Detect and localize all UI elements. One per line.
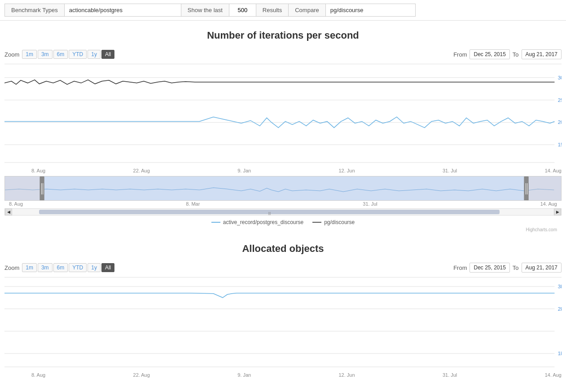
svg-text:300: 300 [558, 75, 562, 80]
chart2-zoom-ytd[interactable]: YTD [69, 263, 87, 272]
chart2-zoom-1y[interactable]: 1y [88, 263, 101, 272]
chart1-container: 300 250 200 150 [4, 64, 562, 167]
chart1-from-value[interactable]: Dec 25, 2015 [469, 49, 509, 59]
navigator-x-labels: 8. Aug 8. Mar 31. Jul 14. Aug [4, 201, 562, 208]
legend-black-label: pg/discourse [324, 219, 355, 225]
legend-black: pg/discourse [312, 219, 355, 225]
chart1-zoom-label: Zoom [4, 51, 19, 58]
chart1-zoom-all[interactable]: All [101, 50, 114, 59]
svg-text:150: 150 [558, 142, 562, 147]
chart2-zoom-all[interactable]: All [101, 263, 114, 272]
chart2-x-6: 14. Aug [545, 372, 562, 378]
svg-rect-16 [524, 176, 528, 201]
chart1-zoom-3m[interactable]: 3m [38, 50, 53, 59]
svg-text:2k: 2k [558, 306, 562, 312]
x-label-1: 8. Aug [31, 168, 45, 173]
chart2-svg: 3k 2k 1k [4, 277, 562, 371]
compare-input[interactable] [326, 4, 416, 17]
chart2-x-1: 8. Aug [31, 372, 45, 378]
chart1-legend: active_record/postgres_discourse pg/disc… [4, 219, 562, 225]
svg-text:250: 250 [558, 97, 562, 103]
benchmark-input[interactable] [65, 4, 181, 17]
navigator-svg [5, 176, 561, 201]
chart2-from-to: From Dec 25, 2015 To Aug 21, 2017 [453, 263, 562, 273]
chart1-zoom-1y[interactable]: 1y [88, 50, 101, 59]
legend-blue: active_record/postgres_discourse [211, 219, 303, 225]
x-label-6: 14. Aug [545, 168, 562, 173]
chart1-from-to: From Dec 25, 2015 To Aug 21, 2017 [453, 49, 562, 59]
chart1-zoom-row: Zoom 1m 3m 6m YTD 1y All From Dec 25, 20… [4, 49, 562, 59]
svg-rect-10 [42, 176, 527, 201]
legend-blue-line [211, 222, 220, 223]
scroll-center-mark: ||| [268, 211, 271, 215]
chart1-title: Number of iterations per second [4, 30, 562, 41]
show-last-button[interactable]: Show the last [181, 4, 229, 17]
legend-blue-label: active_record/postgres_discourse [223, 219, 303, 225]
chart2-x-4: 12. Jun [338, 372, 355, 378]
svg-rect-13 [39, 176, 44, 201]
legend-black-line [312, 222, 321, 223]
chart1-zoom-ytd[interactable]: YTD [69, 50, 87, 59]
chart2-to-label: To [513, 264, 519, 271]
chart2-zoom-label: Zoom [4, 264, 19, 271]
scroll-left-arrow[interactable]: ◀ [5, 208, 12, 216]
chart1-section: Number of iterations per second Zoom 1m … [0, 21, 566, 238]
chart1-to-value[interactable]: Aug 21, 2017 [522, 49, 562, 59]
show-last-input[interactable] [229, 4, 256, 17]
top-bar: Benchmark Types Show the last Results Co… [0, 0, 566, 21]
chart2-x-3: 9. Jan [237, 372, 251, 378]
chart2-zoom-1m[interactable]: 1m [22, 263, 37, 272]
chart2-x-2: 22. Aug [133, 372, 150, 378]
x-label-3: 9. Jan [237, 168, 251, 173]
chart1-to-label: To [513, 51, 519, 58]
nav-x-4: 14. Aug [540, 201, 557, 207]
benchmark-types-button[interactable]: Benchmark Types [4, 4, 65, 17]
chart2-section: Allocated objects Zoom 1m 3m 6m YTD 1y A… [0, 238, 566, 385]
nav-x-2: 8. Mar [186, 201, 200, 207]
chart2-x-5: 31. Jul [443, 372, 457, 378]
x-label-5: 31. Jul [443, 168, 457, 173]
scroll-right-arrow[interactable]: ▶ [554, 208, 561, 216]
chart1-credits: Highcharts.com [4, 227, 562, 232]
chart1-zoom-6m[interactable]: 6m [53, 50, 68, 59]
chart1-scrollbar[interactable]: ◀ ||| ▶ [4, 208, 562, 216]
scroll-thumb[interactable]: ||| [39, 210, 500, 214]
nav-x-3: 31. Jul [363, 201, 377, 207]
svg-text:200: 200 [558, 120, 562, 125]
chart2-to-value[interactable]: Aug 21, 2017 [522, 263, 562, 273]
chart2-zoom-row: Zoom 1m 3m 6m YTD 1y All From Dec 25, 20… [4, 263, 562, 273]
x-label-4: 12. Jun [338, 168, 355, 173]
chart2-zoom-3m[interactable]: 3m [38, 263, 53, 272]
scroll-track[interactable]: ||| [12, 209, 554, 215]
svg-text:1k: 1k [558, 351, 562, 356]
nav-x-1: 8. Aug [9, 201, 23, 207]
chart1-from-label: From [453, 51, 467, 58]
x-label-2: 22. Aug [133, 168, 150, 173]
chart2-title: Allocated objects [4, 243, 562, 255]
svg-text:3k: 3k [558, 284, 562, 289]
svg-rect-11 [5, 176, 42, 201]
svg-rect-12 [527, 176, 561, 201]
chart2-zoom-6m[interactable]: 6m [53, 263, 68, 272]
chart1-navigator[interactable] [4, 176, 562, 201]
compare-button[interactable]: Compare [289, 4, 325, 17]
chart2-from-value[interactable]: Dec 25, 2015 [469, 263, 509, 273]
chart1-zoom-1m[interactable]: 1m [22, 50, 37, 59]
results-button[interactable]: Results [256, 4, 289, 17]
chart2-x-labels: 8. Aug 22. Aug 9. Jan 12. Jun 31. Jul 14… [4, 371, 562, 380]
chart1-svg: 300 250 200 150 [4, 64, 562, 167]
chart1-x-labels: 8. Aug 22. Aug 9. Jan 12. Jun 31. Jul 14… [4, 167, 562, 176]
chart2-container: 3k 2k 1k [4, 277, 562, 371]
chart2-from-label: From [453, 264, 467, 271]
